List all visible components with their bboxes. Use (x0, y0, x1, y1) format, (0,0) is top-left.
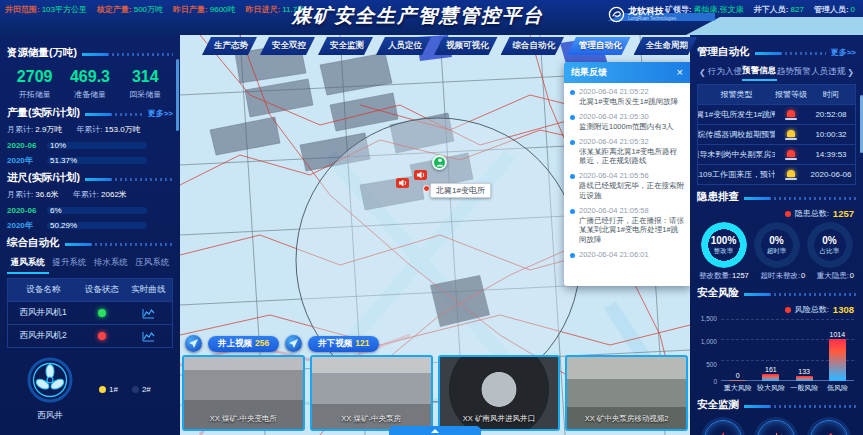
chart-y-axis: 1,500 1,000 500 0 (697, 315, 719, 385)
tab-drainage-system[interactable]: 排水系统 (90, 254, 132, 274)
alarm-row[interactable]: 北翼1#变电所发生1#跳闸... 20:52:08 (698, 105, 855, 125)
device-row[interactable]: 西风井风机2 (8, 325, 172, 347)
surface-video-icon-button[interactable] (185, 335, 202, 352)
left-panel-scrollbar[interactable] (176, 59, 179, 131)
feedback-item: 2020-06-04 21:06:01 (564, 246, 690, 261)
alarm-table-header: 报警类型 报警等级 时间 (698, 85, 855, 105)
hazard-gauges: 100%整改率 0%超时率 0%占比率 (697, 222, 856, 268)
mine-map[interactable]: 北翼1#变电所 结果反馈 × 2020-06-04 21:05:22北翼1#变电… (180, 35, 690, 435)
video-thumbnail[interactable]: XX 矿中央泵房移动视频2 (565, 355, 688, 431)
send-icon (189, 339, 198, 348)
tab-ventilation-system[interactable]: 通风系统 (7, 254, 49, 274)
section-automation-header: 综合自动化 (7, 236, 173, 250)
alarm-table: 报警类型 报警等级 时间 北翼1#变电所发生1#跳闸... 20:52:08 甲… (697, 84, 856, 185)
legend-dot (99, 386, 106, 393)
reserve-item: 2709开拓储量 (7, 68, 62, 100)
stat-yesterday-output: 昨日产量:9600吨 (173, 4, 235, 15)
video-thumbnail[interactable]: XX 矿南风井进风井口 (438, 355, 561, 431)
stat-underground-personnel: 井下人员:827 (754, 4, 804, 15)
tab-production-situation[interactable]: 生产态势 (202, 37, 257, 55)
footage-cumulative: 月累计:36.6米 年累计:2062米 (7, 189, 173, 200)
status-dot (98, 332, 106, 340)
app-root: 井田范围:103平方公里 核定产量:500万吨 昨日产量:9600吨 昨日进尺:… (0, 0, 863, 435)
footage-month-bar: 2020-066% (7, 205, 173, 216)
substation-marker-label[interactable]: 北翼1#变电所 (430, 183, 491, 198)
chart-categories: 重大风险较大风险一般风险低风险 (721, 383, 854, 393)
stat-managers: 管理人员:0 (814, 4, 855, 15)
alarm-row[interactable]: 21109工作面来压，预计... 2020-06-06 (698, 165, 855, 184)
fan-status-area: 西风井 1# 2# (7, 356, 173, 422)
output-month-bar: 2020-0610% (7, 140, 173, 151)
tab-management-automation[interactable]: 管理自动化 (567, 37, 631, 55)
alarm-bell-icon (785, 110, 797, 120)
video-thumbnail[interactable]: XX 煤矿-中央泵房 (310, 355, 433, 431)
surface-video-button[interactable]: 井上视频256 (208, 336, 279, 352)
monitor-alarm: 报警数量: 0 (757, 420, 795, 435)
tab-personnel-location[interactable]: 人员定位 (376, 37, 431, 55)
gauge-rectification-rate: 100%整改率 (701, 222, 747, 268)
tab-trend-warning[interactable]: 趋势预警 (777, 64, 811, 80)
tab-safety-dual-control[interactable]: 安全双控 (260, 37, 315, 55)
automation-tabs: 通风系统 提升系统 排水系统 压风系统 (7, 254, 173, 274)
status-dot (98, 309, 106, 317)
gauge-overdue-rate: 0%超时率 (754, 222, 800, 268)
video-thumbnail[interactable]: XX 煤矿-中央变电所 (182, 355, 305, 431)
close-icon[interactable]: × (677, 67, 683, 78)
tab-hoisting-system[interactable]: 提升系统 (49, 254, 91, 274)
broadcast-alarm-icon[interactable] (396, 177, 409, 189)
main-nav: 生产态势 安全双控 安全监测 人员定位 视频可视化 综合自动化 管理自动化 全生… (202, 37, 697, 55)
collapse-arrow-icon (431, 429, 439, 433)
tabs-next-icon[interactable]: ❯ (845, 68, 856, 77)
stat-mine-leaders: 矿领导:蒋灿康,张文康 (665, 4, 744, 15)
person-location-pin[interactable] (432, 155, 447, 170)
substation-marker-dot[interactable] (423, 185, 430, 192)
section-management-header: 管理自动化更多>> (697, 45, 856, 59)
underground-video-icon-button[interactable] (285, 335, 302, 352)
popup-body: 2020-06-04 21:05:22北翼1#变电所发生1#跳闸故障 2020-… (564, 83, 690, 261)
video-buttons: 井上视频256 井下视频121 (185, 335, 688, 352)
underground-video-button[interactable]: 井下视频121 (308, 336, 379, 352)
tab-compressed-air-system[interactable]: 压风系统 (132, 254, 174, 274)
reserves-values: 2709开拓储量 469.3准备储量 314回采储量 (7, 68, 173, 100)
section-output-header: 产量(实际/计划)更多>> (7, 106, 173, 120)
tab-personnel-violation[interactable]: 人员违规 (811, 64, 845, 80)
feedback-item: 2020-06-04 21:05:22北翼1#变电所发生1#跳闸故障 (564, 83, 690, 108)
legend-item-1[interactable]: 1# (99, 385, 118, 394)
output-more-link[interactable]: 更多>> (148, 108, 173, 119)
bar-general-risk: 133 (788, 319, 821, 381)
alarm-bell-icon (785, 150, 797, 160)
curve-chart-icon[interactable] (142, 308, 155, 319)
legend-dot (132, 386, 139, 393)
risk-total: 风险总数:1308 (699, 304, 854, 315)
header-right-stats: 矿领导:蒋灿康,张文康 井下人员:827 管理人员:0 (665, 4, 855, 15)
fan-label: 西风井 (7, 410, 93, 422)
logo-swirl-icon (608, 6, 625, 23)
alarm-row[interactable]: 甲烷传感器调校超期预警... 10:00:32 (698, 125, 855, 145)
tabs-prev-icon[interactable]: ❮ (697, 68, 708, 77)
tab-video-visualization[interactable]: 视频可视化 (434, 37, 498, 55)
tab-integrated-automation[interactable]: 综合自动化 (501, 37, 565, 55)
power-cut-icon (717, 432, 729, 435)
alarm-row[interactable]: 某领导未到岗中央副泵房3-3... 14:39:53 (698, 145, 855, 165)
device-row[interactable]: 西风井风机1 (8, 302, 172, 325)
curve-chart-icon[interactable] (142, 331, 155, 342)
reserve-item: 469.3准备储量 (62, 68, 117, 100)
video-thumbnails: XX 煤矿-中央变电所 XX 煤矿-中央泵房 XX 矿南风井进风井口 XX 矿中… (182, 355, 688, 431)
monitor-fault: 故障数量: 0 (810, 420, 848, 435)
right-panel: 管理自动化更多>> ❮ 行为入侵 预警信息 趋势预警 人员违规 ❯ 报警类型 报… (690, 35, 863, 435)
footage-year-bar: 2020年50.29% (7, 220, 173, 231)
management-more-link[interactable]: 更多>> (831, 47, 856, 58)
section-risk-header: 安全风险 (697, 286, 856, 300)
tab-behavior-intrusion[interactable]: 行为入侵 (708, 64, 742, 80)
alarm-tabs: ❮ 行为入侵 预警信息 趋势预警 人员违规 ❯ (697, 63, 856, 81)
top-header: 井田范围:103平方公里 核定产量:500万吨 昨日产量:9600吨 昨日进尺:… (0, 0, 863, 35)
broadcast-alarm-icon[interactable] (414, 169, 427, 181)
legend-item-2[interactable]: 2# (132, 385, 151, 394)
hazard-total: 隐患总数:1257 (699, 208, 854, 219)
tab-safety-monitoring[interactable]: 安全监测 (318, 37, 373, 55)
fan-legend: 1# 2# (99, 385, 151, 394)
device-table: 设备名称 设备状态 实时曲线 西风井风机1 西风井风机2 (7, 278, 173, 348)
collapse-video-strip-button[interactable] (389, 426, 481, 435)
tab-full-lifecycle[interactable]: 全生命周期 (634, 37, 698, 55)
tab-warning-info[interactable]: 预警信息 (742, 63, 776, 81)
